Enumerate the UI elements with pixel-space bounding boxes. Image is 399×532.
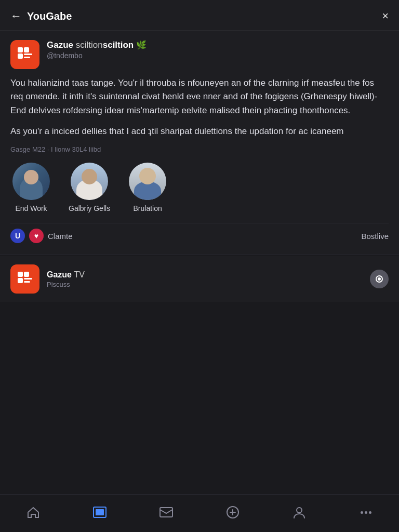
username-main: Gazue — [47, 40, 73, 50]
svg-rect-0 — [18, 47, 23, 52]
svg-point-11 — [378, 277, 381, 281]
svg-rect-5 — [18, 272, 23, 277]
person-name-1: End Work — [15, 204, 47, 212]
second-app-icon — [10, 264, 39, 294]
avatar-galbriy — [71, 163, 108, 200]
svg-rect-8 — [24, 278, 32, 280]
username-emoji: 🌿 — [136, 41, 147, 49]
username-sub: sciltion — [76, 40, 103, 50]
person-item[interactable]: Brulation — [129, 163, 166, 212]
svg-rect-4 — [24, 57, 30, 58]
bottom-spacer — [0, 302, 399, 343]
reaction-icon-heart[interactable]: ♥ — [29, 229, 44, 243]
back-button[interactable]: ← — [10, 9, 22, 23]
svg-rect-7 — [18, 278, 23, 283]
nav-home[interactable] — [20, 502, 46, 523]
person-item[interactable]: Galbriy Gells — [69, 163, 110, 212]
people-row: End Work Galbriy Gells Brulation — [10, 163, 389, 212]
second-card-button[interactable] — [370, 270, 389, 288]
svg-rect-3 — [24, 54, 32, 55]
person-name-2: Galbriy Gells — [69, 204, 110, 212]
reaction-row: U ♥ Clamte Bostlive — [10, 223, 389, 246]
header-title: YouGabe — [27, 10, 72, 22]
post-card: Gazue sciltionsciltion 🌿 @tndembo You ha… — [0, 31, 399, 255]
post-paragraph-2: As you'r a inciced dellies that I acd ʇt… — [10, 125, 389, 138]
post-username: Gazue sciltionsciltion 🌿 — [47, 40, 147, 50]
post-meta: Gasge M22 · I lionw 30L4 liibd — [10, 145, 389, 153]
person-name-3: Brulation — [134, 204, 162, 212]
second-card: Gazue TV Piscuss — [0, 256, 399, 302]
nav-book[interactable] — [87, 502, 113, 523]
bottom-nav — [0, 494, 399, 532]
app-icon — [10, 40, 39, 69]
post-header: Gazue sciltionsciltion 🌿 @tndembo — [10, 40, 389, 69]
reaction-icon-u[interactable]: U — [10, 229, 25, 243]
person-item[interactable]: End Work — [12, 163, 50, 212]
avatar-end-work — [12, 163, 50, 200]
nav-profile[interactable] — [286, 502, 312, 523]
header-left: ← YouGabe — [10, 9, 72, 23]
nav-more[interactable] — [353, 502, 379, 523]
nav-mail[interactable] — [153, 502, 179, 523]
divider — [0, 255, 399, 255]
second-app-name: Gazue — [47, 270, 72, 279]
second-app-sub: TV — [74, 270, 84, 279]
post-body: You halianizind taas tange. You'r il thr… — [10, 76, 389, 138]
post-paragraph-1: You halianizind taas tange. You'r il thr… — [10, 76, 389, 117]
second-card-subtitle: Piscuss — [47, 281, 363, 288]
nav-book-icon — [93, 507, 107, 518]
avatar-brulation — [129, 163, 166, 200]
nav-dots-icon — [361, 511, 371, 514]
header: ← YouGabe × — [0, 0, 399, 31]
post-handle: @tndembo — [47, 51, 147, 60]
svg-rect-1 — [24, 47, 29, 52]
svg-rect-6 — [24, 272, 29, 277]
nav-add[interactable] — [220, 502, 246, 523]
reaction-label: Clamte — [48, 232, 73, 241]
svg-point-14 — [297, 508, 302, 513]
close-button[interactable]: × — [382, 9, 389, 23]
post-user-info: Gazue sciltionsciltion 🌿 @tndembo — [47, 40, 147, 60]
svg-rect-12 — [160, 508, 172, 517]
second-card-title: Gazue TV — [47, 270, 363, 280]
second-card-info: Gazue TV Piscuss — [47, 270, 363, 288]
reaction-right[interactable]: Bostlive — [361, 232, 389, 241]
app-sub-text: sciltion — [103, 40, 134, 50]
svg-rect-2 — [18, 54, 23, 59]
svg-rect-9 — [24, 281, 30, 283]
reaction-left: U ♥ Clamte — [10, 229, 73, 243]
